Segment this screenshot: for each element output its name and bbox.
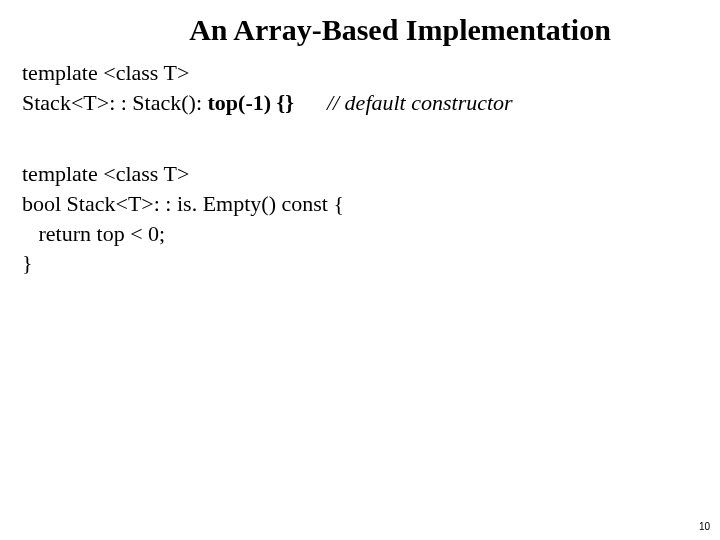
ctor-line: Stack<T>: : Stack(): top(-1) {} // defau… bbox=[22, 88, 700, 118]
templ-line-2: template <class T> bbox=[22, 159, 700, 189]
isempty-line3: } bbox=[22, 248, 700, 278]
code-block-2: template <class T> bool Stack<T>: : is. … bbox=[22, 159, 700, 278]
ctor-part1: Stack<T>: : Stack(): bbox=[22, 90, 208, 115]
ctor-part2: top(-1) {} bbox=[208, 90, 294, 115]
code-block-1: template <class T> Stack<T>: : Stack(): … bbox=[22, 58, 700, 117]
templ-line: template <class T> bbox=[22, 58, 700, 88]
slide-body: template <class T> Stack<T>: : Stack(): … bbox=[0, 48, 720, 278]
isempty-line1: bool Stack<T>: : is. Empty() const { bbox=[22, 189, 700, 219]
isempty-line2: return top < 0; bbox=[22, 219, 700, 249]
ctor-comment: // default constructor bbox=[327, 90, 513, 115]
slide-title: An Array-Based Implementation bbox=[0, 0, 720, 48]
ctor-spacer bbox=[294, 90, 327, 115]
page-number: 10 bbox=[699, 521, 710, 532]
slide: An Array-Based Implementation template <… bbox=[0, 0, 720, 540]
